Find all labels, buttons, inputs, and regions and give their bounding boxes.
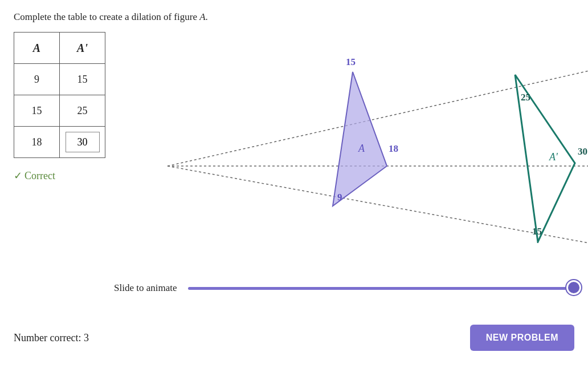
table-row: 18: [14, 127, 105, 158]
cell-a-2: 15: [14, 95, 60, 127]
diagram-area: A 9 15 18 A' 25 30 15: [139, 32, 574, 243]
label-a-prime: A': [549, 151, 558, 163]
diagram-svg: A 9 15 18 A' 25 30 15: [139, 32, 588, 243]
cell-a-prime-2: 25: [60, 95, 105, 127]
label-a: A: [358, 143, 365, 154]
slider-track[interactable]: [188, 287, 574, 290]
slider-thumb: [566, 280, 581, 295]
cell-a-3: 18: [14, 127, 60, 158]
col-header-a: A: [14, 33, 60, 64]
label-25: 25: [521, 92, 530, 103]
label-15-small: 15: [346, 56, 356, 67]
page-container: Complete the table to create a dilation …: [0, 0, 588, 368]
cell-a-prime-3-input-cell: [60, 127, 105, 158]
number-correct-text: Number correct: 3: [14, 332, 89, 344]
slide-label: Slide to animate: [114, 282, 177, 294]
correct-text: Correct: [24, 170, 55, 182]
label-18: 18: [389, 143, 398, 154]
table-row: 15 25: [14, 95, 105, 127]
col-header-a-prime: A': [60, 33, 105, 64]
svg-marker-3: [333, 72, 387, 206]
left-panel: A A' 9 15 15 25 18: [14, 32, 128, 182]
label-15-large: 15: [532, 226, 542, 237]
instruction-text: Complete the table to create a dilation …: [14, 11, 574, 23]
svg-line-2: [168, 166, 588, 243]
content-area: A A' 9 15 15 25 18: [14, 32, 574, 243]
checkmark-icon: ✓: [14, 169, 22, 182]
table-row: 9 15: [14, 64, 105, 95]
label-9: 9: [337, 192, 342, 203]
bottom-bar: Number correct: 3 NEW PROBLEM: [14, 325, 574, 351]
label-30: 30: [578, 146, 587, 157]
dilation-table: A A' 9 15 15 25 18: [14, 32, 105, 158]
new-problem-button[interactable]: NEW PROBLEM: [470, 325, 574, 351]
a-prime-input[interactable]: [66, 132, 100, 152]
slide-section: Slide to animate: [114, 282, 574, 294]
cell-a-prime-1: 15: [60, 64, 105, 95]
correct-status: ✓ Correct: [14, 169, 55, 182]
cell-a-1: 9: [14, 64, 60, 95]
